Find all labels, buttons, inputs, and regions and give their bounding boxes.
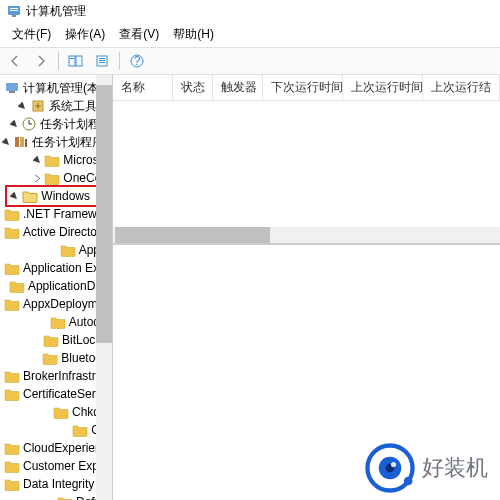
menu-file[interactable]: 文件(F): [6, 24, 57, 45]
svg-rect-19: [25, 139, 27, 147]
svg-point-23: [391, 462, 396, 467]
tree-item-11-icon: [53, 404, 69, 420]
main-content: 计算机管理(本地)系统工具任务计划程序任务计划程序库MicrosoftOneCo…: [0, 75, 500, 500]
horizontal-scrollbar[interactable]: [113, 227, 500, 243]
back-button[interactable]: [4, 50, 26, 72]
task-list-top: 名称 状态 触发器 下次运行时间 上次运行时间 上次运行结: [113, 75, 500, 243]
col-trigger[interactable]: 触发器: [213, 75, 263, 100]
expander-icon[interactable]: [2, 136, 11, 148]
forward-button[interactable]: [30, 50, 52, 72]
column-headers: 名称 状态 触发器 下次运行时间 上次运行时间 上次运行结: [113, 75, 500, 101]
tree-root-icon: [4, 80, 20, 96]
separator: [119, 52, 120, 70]
watermark-logo-icon: [364, 442, 416, 494]
col-name[interactable]: 名称: [113, 75, 173, 100]
svg-rect-1: [10, 8, 18, 9]
details-panel: 名称 状态 触发器 下次运行时间 上次运行时间 上次运行结: [113, 75, 500, 500]
svg-rect-10: [99, 62, 105, 63]
svg-rect-17: [15, 137, 19, 147]
tree-item-14-icon: [4, 458, 20, 474]
watermark: 好装机: [364, 442, 488, 494]
tree-item-15-icon: [4, 476, 20, 492]
expander-icon[interactable]: [33, 154, 42, 166]
help-button[interactable]: ?: [126, 50, 148, 72]
watermark-text: 好装机: [422, 453, 488, 483]
col-status[interactable]: 状态: [173, 75, 213, 100]
tree-item-4-icon: [9, 278, 25, 294]
svg-rect-18: [20, 137, 24, 147]
svg-rect-9: [99, 60, 105, 61]
tree-item-2-icon: [60, 242, 76, 258]
separator: [58, 52, 59, 70]
vertical-scrollbar[interactable]: [96, 75, 112, 500]
tree-panel: 计算机管理(本地)系统工具任务计划程序任务计划程序库MicrosoftOneCo…: [0, 75, 113, 500]
toolbar: ?: [0, 47, 500, 75]
window-title: 计算机管理: [26, 3, 86, 20]
properties-button[interactable]: [91, 50, 113, 72]
svg-point-24: [404, 477, 413, 486]
menu-view[interactable]: 查看(V): [113, 24, 165, 45]
tree-item-5-icon: [4, 296, 20, 312]
svg-rect-14: [9, 91, 15, 93]
svg-rect-3: [12, 15, 16, 17]
svg-text:?: ?: [134, 54, 141, 68]
tree-item-3-icon: [4, 260, 20, 276]
svg-rect-8: [99, 58, 105, 59]
tree-item-6-icon: [50, 314, 66, 330]
svg-rect-5: [76, 56, 82, 66]
menubar: 文件(F) 操作(A) 查看(V) 帮助(H): [0, 22, 500, 47]
col-last-run[interactable]: 上次运行时间: [343, 75, 423, 100]
tree-system-tools-icon: [30, 98, 46, 114]
tree-task-library-icon: [13, 134, 29, 150]
col-next-run[interactable]: 下次运行时间: [263, 75, 343, 100]
app-icon: [6, 3, 22, 19]
show-hide-button[interactable]: [65, 50, 87, 72]
scrollbar-thumb[interactable]: [115, 227, 270, 243]
expander-icon[interactable]: [10, 118, 19, 130]
tree-windows-label: Windows: [41, 189, 90, 203]
expander-icon[interactable]: [33, 172, 42, 184]
tree-item-1-icon: [4, 224, 20, 240]
svg-rect-2: [10, 10, 18, 11]
menu-action[interactable]: 操作(A): [59, 24, 111, 45]
expander-icon[interactable]: [8, 190, 20, 202]
tree-microsoft-icon: [44, 152, 60, 168]
tree-item-9-icon: [4, 368, 20, 384]
scrollbar-thumb[interactable]: [96, 85, 112, 343]
tree-task-scheduler-icon: [21, 116, 37, 132]
tree-item-13-icon: [4, 440, 20, 456]
menu-help[interactable]: 帮助(H): [167, 24, 220, 45]
tree-item-7-icon: [43, 332, 59, 348]
tree-onecore-icon: [44, 170, 60, 186]
tree-windows-icon: [22, 188, 38, 204]
titlebar: 计算机管理: [0, 0, 500, 22]
tree-item-12-icon: [72, 422, 88, 438]
tree-item-8-icon: [42, 350, 58, 366]
svg-rect-13: [6, 83, 18, 91]
tree-item-0-icon: [4, 206, 20, 222]
tree-system-tools-label: 系统工具: [49, 98, 97, 115]
tree-item-10-icon: [4, 386, 20, 402]
svg-rect-6: [70, 58, 74, 59]
col-last-result[interactable]: 上次运行结: [423, 75, 500, 100]
tree-item-16-icon: [57, 494, 73, 500]
svg-rect-4: [69, 56, 75, 66]
expander-icon[interactable]: [16, 100, 28, 112]
